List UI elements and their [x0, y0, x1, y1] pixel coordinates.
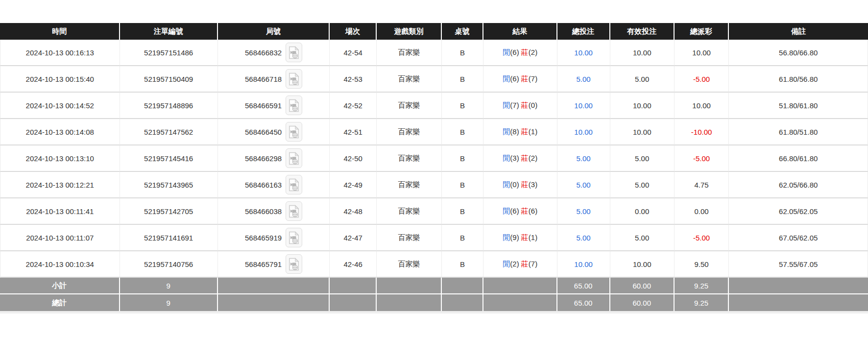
column-header-valid_bet: 有效投注 [610, 23, 675, 40]
round-number: 568466038 [245, 207, 282, 216]
banker-result-label: 莊 [521, 260, 529, 268]
banker-result-label: 莊 [521, 127, 529, 136]
remark-cell: 51.80/61.80 [729, 93, 868, 119]
session-cell: 42-50 [330, 145, 377, 172]
table-bottom-strip [0, 311, 868, 313]
table-header: 時間注單編號局號場次遊戲類別桌號結果總投注有效投注總派彩備註 [0, 23, 868, 40]
video-replay-icon [289, 152, 299, 165]
video-replay-icon [289, 72, 299, 86]
player-result-label: 閒 [503, 180, 510, 189]
total-bet-cell[interactable]: 10.00 [557, 251, 610, 278]
table-no-cell: B [442, 119, 483, 145]
table-body: 2024-10-13 00:16:13 521957151486 5684668… [0, 40, 868, 278]
game-type-cell: 百家樂 [377, 40, 442, 66]
result-cell: 閒(8) 莊(1) [483, 119, 557, 145]
bet-id-cell: 521957140756 [120, 251, 218, 278]
total-bet-cell[interactable]: 5.00 [557, 172, 610, 198]
round-cell: 568466298 [218, 145, 330, 172]
table-row: 2024-10-13 00:14:08 521957147562 5684664… [0, 119, 868, 145]
round-cell: 568466718 [218, 66, 330, 93]
video-replay-button[interactable] [286, 175, 302, 194]
game-type-cell: 百家樂 [377, 251, 442, 278]
banker-result-label: 莊 [521, 207, 529, 215]
round-number: 568466163 [245, 181, 282, 189]
summary-empty-cell [483, 278, 557, 294]
valid-bet-cell: 0.00 [610, 198, 675, 225]
summary-payout-cell: 9.25 [675, 278, 729, 294]
video-replay-button[interactable] [286, 148, 302, 168]
video-replay-icon [289, 205, 299, 218]
total-bet-cell[interactable]: 5.00 [557, 198, 610, 225]
round-cell: 568466450 [218, 119, 330, 145]
table-row: 2024-10-13 00:16:13 521957151486 5684668… [0, 40, 868, 66]
banker-score: (1) [529, 233, 537, 241]
round-number: 568466591 [245, 101, 282, 110]
video-replay-button[interactable] [286, 201, 302, 221]
result-cell: 閒(3) 莊(2) [483, 145, 557, 172]
valid-bet-cell: 5.00 [610, 66, 675, 93]
result-cell: 閒(6) 莊(6) [483, 198, 557, 225]
total-bet-cell[interactable]: 5.00 [557, 225, 610, 251]
video-replay-button[interactable] [286, 69, 302, 89]
player-result-label: 閒 [503, 260, 510, 268]
session-cell: 42-48 [330, 198, 377, 225]
video-replay-button[interactable] [286, 43, 302, 62]
table-no-cell: B [442, 93, 483, 119]
player-score: (6) [510, 74, 519, 83]
summary-count-cell: 9 [120, 294, 218, 311]
banker-result-label: 莊 [521, 74, 529, 83]
valid-bet-cell: 5.00 [610, 225, 675, 251]
round-cell: 568466591 [218, 93, 330, 119]
total-bet-cell[interactable]: 10.00 [557, 93, 610, 119]
banker-score: (6) [529, 207, 537, 215]
table-footer: 小計 9 65.00 60.00 9.25 總計 9 65.00 60.00 9… [0, 278, 868, 311]
summary-valid-bet-cell: 60.00 [610, 278, 675, 294]
player-score: (2) [510, 260, 519, 268]
total-bet-cell[interactable]: 5.00 [557, 145, 610, 172]
video-replay-button[interactable] [286, 228, 302, 247]
banker-result-label: 莊 [521, 154, 529, 162]
round-cell: 568465791 [218, 251, 330, 278]
banker-result-label: 莊 [521, 101, 529, 109]
column-header-total_bet: 總投注 [557, 23, 610, 40]
video-replay-button[interactable] [286, 254, 302, 274]
time-cell: 2024-10-13 00:16:13 [0, 40, 120, 66]
player-score: (8) [510, 127, 519, 136]
video-replay-icon [289, 46, 299, 59]
payout-cell: 10.00 [675, 40, 729, 66]
subtotal-row: 小計 9 65.00 60.00 9.25 [0, 278, 868, 294]
column-header-table_no: 桌號 [442, 23, 483, 40]
summary-empty-cell [218, 278, 330, 294]
total-bet-cell[interactable]: 5.00 [557, 66, 610, 93]
round-cell: 568466832 [218, 40, 330, 66]
result-cell: 閒(2) 莊(7) [483, 251, 557, 278]
session-cell: 42-53 [330, 66, 377, 93]
payout-cell: -5.00 [675, 145, 729, 172]
video-replay-button[interactable] [286, 122, 302, 142]
header-row: 時間注單編號局號場次遊戲類別桌號結果總投注有效投注總派彩備註 [0, 23, 868, 40]
summary-empty-cell [442, 278, 483, 294]
result-cell: 閒(0) 莊(3) [483, 172, 557, 198]
column-header-bet_id: 注單編號 [120, 23, 218, 40]
round-number: 568466832 [245, 48, 282, 57]
bet-id-cell: 521957151486 [120, 40, 218, 66]
result-cell: 閒(7) 莊(0) [483, 93, 557, 119]
column-header-game_type: 遊戲類別 [377, 23, 442, 40]
payout-cell: 0.00 [675, 198, 729, 225]
total-bet-cell[interactable]: 10.00 [557, 40, 610, 66]
valid-bet-cell: 5.00 [610, 145, 675, 172]
player-score: (6) [510, 207, 519, 215]
video-replay-button[interactable] [286, 96, 302, 115]
total-bet-cell[interactable]: 10.00 [557, 119, 610, 145]
summary-total-bet-cell: 65.00 [557, 294, 610, 311]
bet-id-cell: 521957150409 [120, 66, 218, 93]
round-number: 568466298 [245, 154, 282, 163]
table-no-cell: B [442, 66, 483, 93]
table-row: 2024-10-13 00:13:10 521957145416 5684662… [0, 145, 868, 172]
grand-total-row: 總計 9 65.00 60.00 9.25 [0, 294, 868, 311]
summary-label-cell: 小計 [0, 278, 120, 294]
video-replay-icon [289, 99, 299, 112]
bet-id-cell: 521957141691 [120, 225, 218, 251]
banker-result-label: 莊 [521, 233, 529, 241]
round-number: 568466450 [245, 128, 282, 136]
